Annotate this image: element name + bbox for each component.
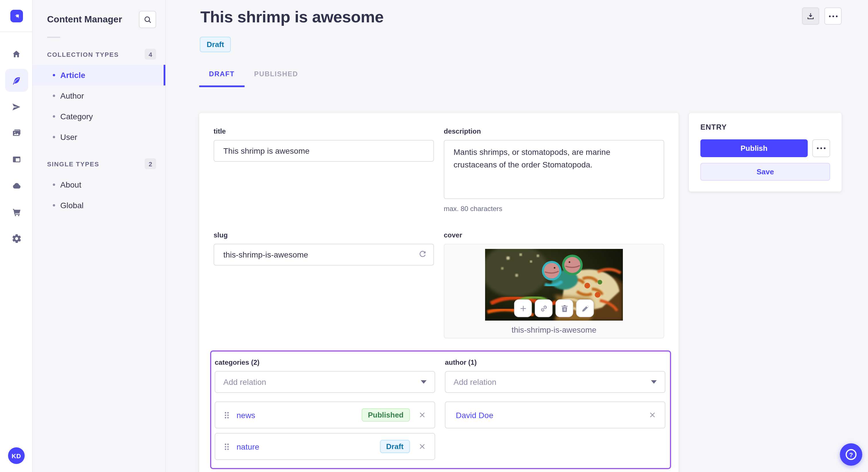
rail-divider bbox=[0, 32, 32, 32]
strapi-logo-mark bbox=[12, 12, 21, 20]
description-textarea[interactable]: Mantis shrimps, or stomatopods, are mari… bbox=[444, 140, 664, 199]
field-description: description Mantis shrimps, or stomatopo… bbox=[444, 127, 664, 213]
add-relation-placeholder: Add relation bbox=[223, 377, 421, 386]
marketplace-cart-icon[interactable] bbox=[5, 201, 28, 224]
categories-add-relation-combobox[interactable]: Add relation bbox=[215, 371, 435, 393]
user-avatar[interactable]: KD bbox=[8, 447, 25, 464]
remove-relation-button[interactable] bbox=[418, 442, 427, 451]
export-download-button[interactable] bbox=[802, 7, 819, 25]
cover-actions bbox=[514, 299, 594, 317]
download-icon bbox=[806, 11, 815, 21]
sidebar-item-global[interactable]: Global bbox=[33, 195, 165, 216]
close-icon bbox=[418, 411, 427, 419]
slug-field-label: slug bbox=[214, 231, 434, 239]
home-icon[interactable] bbox=[5, 42, 28, 65]
media-library-icon[interactable] bbox=[5, 122, 28, 144]
bullet-icon bbox=[53, 136, 55, 138]
cover-delete-button[interactable] bbox=[555, 299, 573, 317]
page-title: This shrimp is awesome bbox=[200, 8, 384, 26]
section-label-collection-types: COLLECTION TYPES bbox=[47, 51, 119, 58]
relation-row-nature: nature Draft bbox=[215, 433, 435, 460]
plus-icon bbox=[518, 304, 528, 313]
strapi-logo[interactable] bbox=[10, 10, 23, 22]
collection-types-count: 4 bbox=[145, 49, 156, 60]
help-button[interactable]: ? bbox=[840, 443, 862, 466]
description-field-label: description bbox=[444, 127, 664, 135]
sidebar-item-label: Article bbox=[60, 71, 85, 80]
bullet-icon bbox=[53, 204, 55, 206]
settings-gear-icon[interactable] bbox=[5, 227, 28, 250]
field-title: title bbox=[214, 127, 434, 213]
field-cover: cover bbox=[444, 231, 664, 338]
author-add-relation-combobox[interactable]: Add relation bbox=[445, 371, 665, 393]
content-manager-icon[interactable] bbox=[5, 69, 28, 92]
subnav-title: Content Manager bbox=[47, 14, 122, 25]
search-icon bbox=[143, 15, 152, 24]
add-relation-placeholder: Add relation bbox=[454, 377, 651, 386]
bullet-icon bbox=[53, 74, 55, 76]
more-options-icon bbox=[817, 147, 826, 149]
link-icon bbox=[539, 304, 548, 313]
relation-status-badge: Published bbox=[362, 408, 410, 422]
relations-highlight-zone: categories (2) Add relation news Publish… bbox=[210, 350, 671, 469]
strapi-app: KD Content Manager COLLECTION TYPES 4 Ar… bbox=[0, 0, 868, 472]
description-hint: max. 80 characters bbox=[444, 205, 664, 213]
tab-published[interactable]: PUBLISHED bbox=[244, 70, 308, 87]
cover-image[interactable] bbox=[485, 249, 623, 321]
entry-panel-title: ENTRY bbox=[701, 123, 830, 131]
sidebar-item-label: About bbox=[60, 180, 81, 189]
close-icon bbox=[648, 411, 657, 419]
publish-button[interactable]: Publish bbox=[701, 139, 808, 157]
relation-link[interactable]: nature bbox=[237, 442, 259, 451]
section-label-single-types: SINGLE TYPES bbox=[47, 160, 99, 167]
relation-row-news: news Published bbox=[215, 401, 435, 429]
header-more-options-button[interactable] bbox=[825, 7, 842, 25]
regenerate-slug-button[interactable] bbox=[415, 248, 429, 262]
chevron-down-icon bbox=[651, 380, 657, 384]
drag-handle-icon[interactable] bbox=[223, 410, 230, 419]
sidebar-item-article[interactable]: Article bbox=[33, 65, 165, 86]
cover-field-label: cover bbox=[444, 231, 664, 239]
bullet-icon bbox=[53, 95, 55, 97]
content-type-builder-icon[interactable] bbox=[5, 148, 28, 171]
deploy-cloud-icon[interactable] bbox=[5, 174, 28, 197]
slug-input[interactable] bbox=[214, 244, 434, 266]
field-slug: slug bbox=[214, 231, 434, 338]
cover-copy-link-button[interactable] bbox=[535, 299, 553, 317]
cover-add-button[interactable] bbox=[514, 299, 532, 317]
relation-link[interactable]: David Doe bbox=[456, 410, 493, 419]
cover-filename: this-shrimp-is-awesome bbox=[512, 325, 596, 334]
question-mark-icon: ? bbox=[846, 449, 857, 460]
entry-more-options-button[interactable] bbox=[812, 139, 830, 157]
title-input[interactable] bbox=[214, 140, 434, 162]
close-icon bbox=[418, 442, 427, 451]
relation-status-badge: Draft bbox=[380, 440, 410, 453]
version-tabs: DRAFT PUBLISHED bbox=[199, 70, 308, 87]
trash-icon bbox=[560, 304, 569, 313]
refresh-icon bbox=[418, 250, 427, 259]
cover-upload-panel: this-shrimp-is-awesome bbox=[444, 244, 664, 338]
author-field-label: author (1) bbox=[445, 359, 665, 367]
bullet-icon bbox=[53, 183, 55, 186]
tab-draft[interactable]: DRAFT bbox=[199, 70, 244, 87]
sidebar-item-user[interactable]: User bbox=[33, 127, 165, 147]
app-icon-rail: KD bbox=[0, 0, 33, 472]
sidebar-item-about[interactable]: About bbox=[33, 174, 165, 195]
edit-form-card: title description Mantis shrimps, or sto… bbox=[199, 113, 679, 472]
single-types-count: 2 bbox=[145, 158, 156, 169]
title-field-label: title bbox=[214, 127, 434, 135]
categories-field-label: categories (2) bbox=[215, 359, 435, 367]
cover-edit-button[interactable] bbox=[576, 299, 594, 317]
field-author: author (1) Add relation David Doe bbox=[445, 359, 665, 460]
remove-relation-button[interactable] bbox=[418, 411, 427, 419]
send-icon[interactable] bbox=[5, 95, 28, 118]
drag-handle-icon[interactable] bbox=[223, 442, 230, 451]
sidebar-item-category[interactable]: Category bbox=[33, 106, 165, 127]
bullet-icon bbox=[53, 115, 55, 117]
sidebar-item-label: User bbox=[60, 133, 77, 142]
remove-relation-button[interactable] bbox=[648, 411, 657, 419]
sidebar-item-author[interactable]: Author bbox=[33, 86, 165, 106]
relation-link[interactable]: news bbox=[237, 410, 255, 419]
search-button[interactable] bbox=[139, 11, 156, 28]
save-button[interactable]: Save bbox=[701, 163, 830, 181]
